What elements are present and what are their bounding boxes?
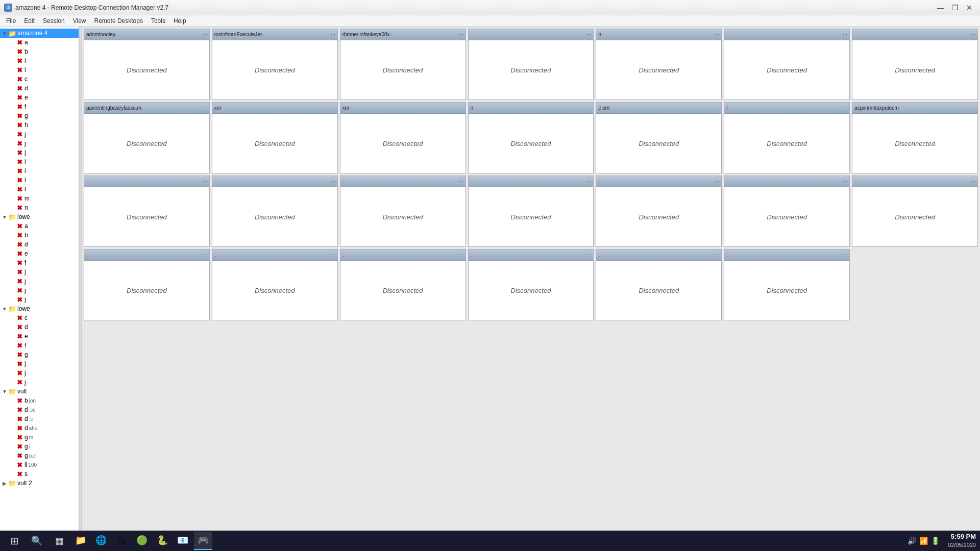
sidebar-item-3-8[interactable]: ✖ s (7, 469, 79, 479)
minimize-button[interactable]: — (934, 3, 947, 13)
taskbar-clock[interactable]: 5:59 PM 02/05/2020 (948, 532, 976, 549)
sidebar-item-3-4[interactable]: ✖ g m (7, 433, 79, 442)
sidebar-item-0-18[interactable]: ✖ n (7, 203, 79, 212)
rd-tile-3-2[interactable]: . ⋯ Disconnected (340, 249, 466, 320)
app4-taskbar[interactable]: 🎮 (194, 532, 212, 550)
rd-tile-3-6[interactable] (852, 249, 978, 320)
sidebar-item-2-3[interactable]: ✖ f (7, 341, 79, 350)
rd-tile-3-0[interactable]: . ⋯ Disconnected (84, 249, 210, 320)
menu-view[interactable]: View (69, 16, 90, 26)
menu-edit[interactable]: Edit (20, 16, 39, 26)
sidebar-item-0-9[interactable]: ✖ h (7, 120, 79, 130)
app1-taskbar[interactable]: 🟢 (133, 532, 151, 550)
rd-tile-1-4[interactable]: c om ⋯ Disconnected (596, 102, 722, 173)
rd-tile-0-4[interactable]: n ⋯ Disconnected (596, 29, 722, 100)
rd-tile-1-5[interactable]: l ⋯ Disconnected (724, 102, 850, 173)
rd-tile-3-1[interactable]: . ⋯ Disconnected (212, 249, 338, 320)
start-button[interactable]: ⊞ (4, 532, 24, 550)
close-button[interactable]: ✕ (963, 3, 976, 13)
rd-tile-3-4[interactable]: . ⋯ Disconnected (596, 249, 722, 320)
sidebar-item-3-0[interactable]: ✖ b jon (7, 396, 79, 405)
rd-tile-2-5[interactable]: . ⋯ Disconnected (724, 176, 850, 247)
sidebar-item-0-5[interactable]: ✖ d (7, 84, 79, 93)
sidebar-item-1-0[interactable]: ✖ a (7, 221, 79, 231)
rd-tile-0-2[interactable]: rbmner.infankeya00x... ⋯ Disconnected (340, 29, 466, 100)
sidebar-group-0[interactable]: ▼ 📁 amazone 4 (0, 29, 79, 38)
sidebar-item-3-3[interactable]: ✖ d ahu (7, 423, 79, 433)
sidebar-item-2-7[interactable]: ✖ j (7, 378, 79, 387)
menu-tools[interactable]: Tools (147, 16, 169, 26)
sidebar-group-4[interactable]: ▶ 📁 vult 2 (0, 479, 79, 488)
sidebar-item-3-6[interactable]: ✖ g o.c (7, 451, 79, 460)
menu-remote-desktops[interactable]: Remote Desktops (90, 16, 147, 26)
sidebar-item-1-4[interactable]: ✖ f (7, 258, 79, 267)
sidebar-item-0-16[interactable]: ✖ l (7, 185, 79, 194)
tray-battery[interactable]: 🔋 (931, 537, 940, 545)
sidebar-item-0-13[interactable]: ✖ i (7, 157, 79, 166)
sidebar-item-1-2[interactable]: ✖ d (7, 240, 79, 249)
sidebar-item-0-7[interactable]: ✖ f (7, 102, 79, 111)
file-explorer-app-taskbar[interactable]: 📁 (71, 532, 90, 550)
rd-tile-1-2[interactable]: xm ⋯ Disconnected (340, 102, 466, 173)
sidebar-item-0-4[interactable]: ✖ c (7, 74, 79, 84)
rd-tile-0-3[interactable]: ⋯ Disconnected (468, 29, 594, 100)
menu-help[interactable]: Help (169, 16, 190, 26)
sidebar-item-1-6[interactable]: ✖ j (7, 277, 79, 286)
sidebar-item-0-6[interactable]: ✖ e (7, 93, 79, 102)
sidebar-item-2-2[interactable]: ✖ e (7, 332, 79, 341)
rd-tile-0-6[interactable]: ⋯ Disconnected (852, 29, 978, 100)
task-view-button[interactable]: ▦ (49, 532, 69, 550)
rd-tile-1-6[interactable]: acpxnmntaxpuioom ⋯ Disconnected (852, 102, 978, 173)
sidebar-item-2-5[interactable]: ✖ j (7, 359, 79, 368)
rd-tile-1-3[interactable]: n ⋯ Disconnected (468, 102, 594, 173)
sidebar-item-0-0[interactable]: ✖ a (7, 38, 79, 47)
sidebar-item-1-3[interactable]: ✖ e (7, 249, 79, 258)
sidebar-item-3-1[interactable]: ✖ d .cc (7, 405, 79, 414)
sidebar-item-3-2[interactable]: ✖ d .c (7, 414, 79, 423)
sidebar-item-2-4[interactable]: ✖ g (7, 350, 79, 359)
rd-tile-3-5[interactable]: . ⋯ Disconnected (724, 249, 850, 320)
rd-tile-1-0[interactable]: aavrentingbaseylasso.m ⋯ Disconnected (84, 102, 210, 173)
rd-tile-2-0[interactable]: . ⋯ Disconnected (84, 176, 210, 247)
sidebar-item-0-2[interactable]: ✖ i (7, 56, 79, 65)
rd-tile-2-1[interactable]: . ⋯ Disconnected (212, 176, 338, 247)
sidebar-group-1[interactable]: ▼ 📁 lowe (0, 212, 79, 221)
sidebar-item-0-1[interactable]: ✖ b (7, 47, 79, 56)
sidebar-item-1-7[interactable]: ✖ j (7, 286, 79, 295)
menu-file[interactable]: File (2, 16, 20, 26)
rd-tile-0-5[interactable]: ⋯ Disconnected (724, 29, 850, 100)
sidebar-item-1-8[interactable]: ✖ j (7, 295, 79, 304)
rd-tile-2-2[interactable]: . ⋯ Disconnected (340, 176, 466, 247)
sidebar-item-0-14[interactable]: ✖ i (7, 166, 79, 176)
rd-tile-2-6[interactable]: . ⋯ Disconnected (852, 176, 978, 247)
sidebar-item-1-1[interactable]: ✖ b (7, 231, 79, 240)
sidebar-item-0-12[interactable]: ✖ j (7, 148, 79, 157)
rd-tile-3-3[interactable]: . ⋯ Disconnected (468, 249, 594, 320)
sidebar-item-0-3[interactable]: ✖ i (7, 65, 79, 74)
sidebar-item-3-5[interactable]: ✖ g i (7, 442, 79, 451)
tray-network[interactable]: 📶 (919, 537, 928, 545)
sidebar-group-3[interactable]: ▼ 📁 vult (0, 387, 79, 396)
sidebar-item-0-17[interactable]: ✖ m (7, 194, 79, 203)
sidebar-item-3-7[interactable]: ✖ li 100 (7, 460, 79, 469)
rd-tile-1-1[interactable]: xm ⋯ Disconnected (212, 102, 338, 173)
sidebar-item-2-1[interactable]: ✖ d (7, 322, 79, 332)
sidebar-item-0-15[interactable]: ✖ l (7, 176, 79, 185)
sidebar-item-2-6[interactable]: ✖ j (7, 368, 79, 378)
sidebar-group-2[interactable]: ▼ 📁 lowe (0, 304, 79, 313)
sidebar-item-0-10[interactable]: ✖ j (7, 130, 79, 139)
rd-tile-2-4[interactable]: . ⋯ Disconnected (596, 176, 722, 247)
search-button[interactable]: 🔍 (27, 532, 47, 550)
sidebar-item-2-0[interactable]: ✖ c (7, 313, 79, 322)
app2-taskbar[interactable]: 🐍 (153, 532, 172, 550)
store-app-taskbar[interactable]: 🗂 (112, 532, 131, 550)
rd-tile-0-1[interactable]: msinfmanExecuteJer... ⋯ Disconnected (212, 29, 338, 100)
sidebar-item-0-11[interactable]: ✖ j (7, 139, 79, 148)
sidebar-item-1-5[interactable]: ✖ j (7, 267, 79, 277)
rd-tile-2-3[interactable]: . ⋯ Disconnected (468, 176, 594, 247)
maximize-button[interactable]: ❐ (948, 3, 962, 13)
app3-taskbar[interactable]: 📧 (174, 532, 192, 550)
tray-sound[interactable]: 🔊 (908, 537, 916, 545)
menu-session[interactable]: Session (39, 16, 69, 26)
rd-tile-0-0[interactable]: adomioooley... ⋯ Disconnected (84, 29, 210, 100)
